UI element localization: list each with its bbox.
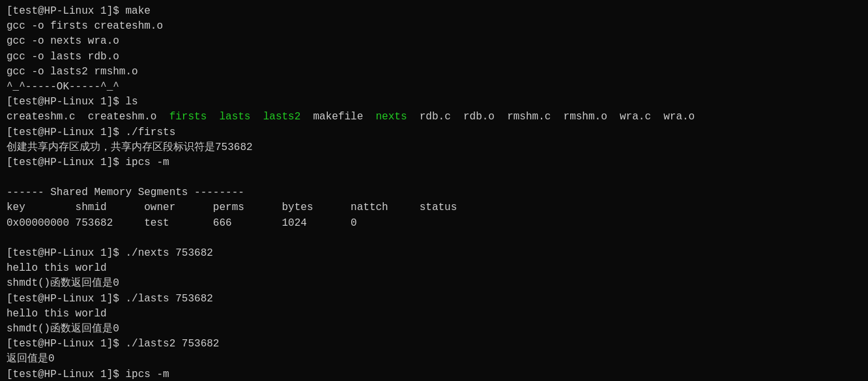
terminal-line: gcc -o firsts createshm.o bbox=[7, 19, 861, 34]
terminal-line: hello this world bbox=[7, 307, 861, 322]
terminal-line: [test@HP-Linux 1]$ ./nexts 753682 bbox=[7, 246, 861, 261]
terminal-line: 0x00000000 753682 test 666 1024 0 bbox=[7, 216, 861, 231]
terminal-line: 创建共享内存区成功，共享内存区段标识符是753682 bbox=[7, 140, 861, 155]
terminal-line: shmdt()函数返回值是0 bbox=[7, 276, 861, 291]
terminal-line: gcc -o lasts2 rmshm.o bbox=[7, 65, 861, 80]
terminal-line: [test@HP-Linux 1]$ ipcs -m bbox=[7, 367, 861, 382]
terminal-line: ^_^-----OK-----^_^ bbox=[7, 80, 861, 95]
terminal-line: hello this world bbox=[7, 261, 861, 276]
terminal-line: [test@HP-Linux 1]$ make bbox=[7, 4, 861, 19]
terminal-line: [test@HP-Linux 1]$ ls bbox=[7, 95, 861, 110]
terminal-line: gcc -o lasts rdb.o bbox=[7, 50, 861, 65]
terminal-line: 返回值是0 bbox=[7, 352, 861, 367]
terminal-line: [test@HP-Linux 1]$ ./firsts bbox=[7, 125, 861, 140]
terminal-output: [test@HP-Linux 1]$ makegcc -o firsts cre… bbox=[7, 4, 861, 381]
terminal-window[interactable]: [test@HP-Linux 1]$ makegcc -o firsts cre… bbox=[0, 0, 868, 381]
terminal-line: createshm.c createshm.o firsts lasts las… bbox=[7, 110, 861, 125]
terminal-line: key shmid owner perms bytes nattch statu… bbox=[7, 200, 861, 215]
terminal-line bbox=[7, 170, 861, 185]
terminal-line bbox=[7, 231, 861, 246]
terminal-line: [test@HP-Linux 1]$ ./lasts 753682 bbox=[7, 292, 861, 307]
terminal-line: gcc -o nexts wra.o bbox=[7, 34, 861, 49]
terminal-line: [test@HP-Linux 1]$ ./lasts2 753682 bbox=[7, 337, 861, 352]
terminal-line: ------ Shared Memory Segments -------- bbox=[7, 185, 861, 200]
terminal-line: [test@HP-Linux 1]$ ipcs -m bbox=[7, 155, 861, 170]
terminal-line: shmdt()函数返回值是0 bbox=[7, 322, 861, 337]
